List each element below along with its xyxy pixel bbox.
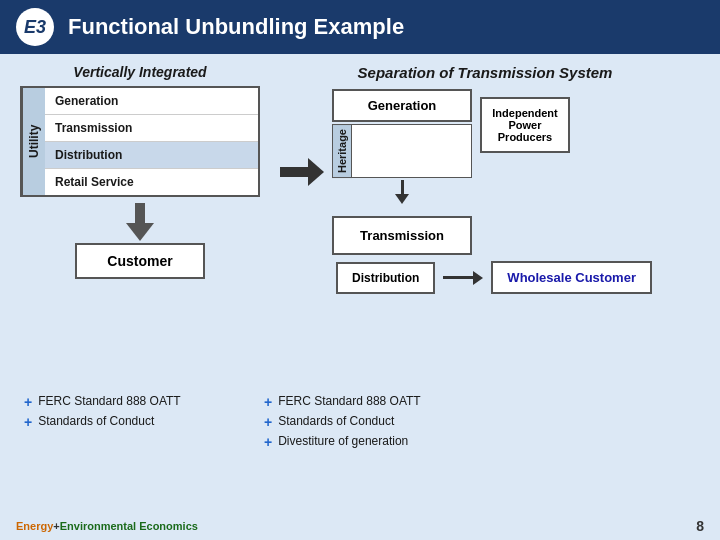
bullets-left-col: + FERC Standard 888 OATT + Standards of … xyxy=(20,394,260,454)
utility-items: Generation Transmission Distribution Ret… xyxy=(45,88,258,195)
page-title: Functional Unbundling Example xyxy=(68,14,404,40)
footer-logo-text2: Environmental Economics xyxy=(60,520,198,532)
heritage-items xyxy=(352,124,472,178)
bullet-right-3-text: Divestiture of generation xyxy=(278,434,408,448)
retail-service-item: Retail Service xyxy=(45,169,258,195)
footer-logo: Energy+Environmental Economics xyxy=(16,520,198,532)
customer-box: Customer xyxy=(75,243,205,279)
logo-text: E3 xyxy=(24,17,46,38)
bullet-right-2-text: Standards of Conduct xyxy=(278,414,394,428)
footer-logo-text1: Energy xyxy=(16,520,53,532)
plus-icon-1: + xyxy=(24,394,32,410)
heritage-label: Heritage xyxy=(332,124,352,178)
plus-icon-4: + xyxy=(264,414,272,430)
bullets-right-col: + FERC Standard 888 OATT + Standards of … xyxy=(260,394,700,454)
bullets-section: + FERC Standard 888 OATT + Standards of … xyxy=(20,394,700,454)
bullet-right-2: + Standards of Conduct xyxy=(264,414,696,430)
plus-icon-5: + xyxy=(264,434,272,450)
utility-box: Utility Generation Transmission Distribu… xyxy=(20,86,260,197)
bullet-left-2-text: Standards of Conduct xyxy=(38,414,154,428)
sep-label: Separation of Transmission System xyxy=(270,64,700,81)
vi-label: Vertically Integrated xyxy=(20,64,260,80)
bullet-left-1-text: FERC Standard 888 OATT xyxy=(38,394,181,408)
gen-area: Generation Heritage xyxy=(332,89,570,255)
main-content: Vertically Integrated Utility Generation… xyxy=(0,54,720,540)
wholesale-box: Wholesale Customer xyxy=(491,261,652,294)
bullet-right-1: + FERC Standard 888 OATT xyxy=(264,394,696,410)
generation-item: Generation xyxy=(45,88,258,115)
plus-icon-3: + xyxy=(264,394,272,410)
transmission-heritage xyxy=(352,125,471,159)
gen-diagram-row: Generation Heritage xyxy=(270,89,700,255)
v-arrow-transmission xyxy=(395,180,409,204)
bullet-left-1: + FERC Standard 888 OATT xyxy=(24,394,256,410)
right-column: Separation of Transmission System Genera… xyxy=(270,64,700,384)
transmission-box: Transmission xyxy=(332,216,472,255)
heritage-transmission-col: Generation Heritage xyxy=(332,89,472,255)
dist-wholesale-row: Distribution Wholesale Customer xyxy=(288,261,700,294)
bullet-right-1-text: FERC Standard 888 OATT xyxy=(278,394,421,408)
footer: Energy+Environmental Economics 8 xyxy=(0,514,720,536)
diagram-row: Vertically Integrated Utility Generation… xyxy=(20,64,700,384)
gen-arrow xyxy=(280,158,324,186)
left-column: Vertically Integrated Utility Generation… xyxy=(20,64,260,384)
arrow-down-left xyxy=(20,203,260,241)
heritage-section: Heritage xyxy=(332,124,472,178)
gen-box-right: Generation xyxy=(332,89,472,122)
dist-box: Distribution xyxy=(336,262,435,294)
header: E3 Functional Unbundling Example xyxy=(0,0,720,54)
page-number: 8 xyxy=(696,518,704,534)
bullet-right-3: + Divestiture of generation xyxy=(264,434,696,450)
ipp-box: Independent Power Producers xyxy=(480,97,570,153)
dist-arrow xyxy=(443,271,483,285)
bullet-left-2: + Standards of Conduct xyxy=(24,414,256,430)
utility-label: Utility xyxy=(22,88,45,195)
distribution-item: Distribution xyxy=(45,142,258,169)
plus-icon-2: + xyxy=(24,414,32,430)
transmission-item: Transmission xyxy=(45,115,258,142)
logo: E3 xyxy=(16,8,54,46)
